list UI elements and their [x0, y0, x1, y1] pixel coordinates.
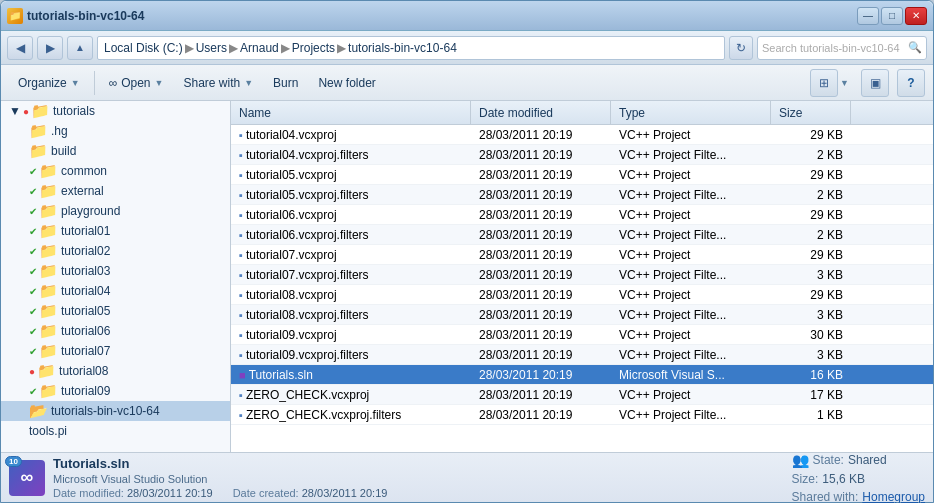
tree-item-tutorial06[interactable]: ✔ 📁 tutorial06	[1, 321, 230, 341]
main-content: ▼ ● 📁 tutorials 📁 .hg 📁 build ✔ 📁 common…	[1, 101, 933, 452]
file-type-icon: ∞ 10	[9, 460, 45, 496]
folder-icon: 📁	[39, 182, 58, 200]
file-cell-type: VC++ Project	[611, 288, 771, 302]
file-cell-date: 28/03/2011 20:19	[471, 168, 611, 182]
error-badge: ●	[29, 366, 35, 377]
tree-item-tutorial09[interactable]: ✔ 📁 tutorial09	[1, 381, 230, 401]
search-box[interactable]: Search tutorials-bin-vc10-64 🔍	[757, 36, 927, 60]
file-row[interactable]: ▪ tutorial07.vcxproj.filters 28/03/2011 …	[231, 265, 933, 285]
file-row[interactable]: ▪ tutorial04.vcxproj 28/03/2011 20:19 VC…	[231, 125, 933, 145]
file-list[interactable]: ▪ tutorial04.vcxproj 28/03/2011 20:19 VC…	[231, 125, 933, 452]
organize-button[interactable]: Organize ▼	[9, 69, 89, 97]
vcx-icon: ▪	[239, 409, 243, 421]
ok-badge: ✔	[29, 166, 37, 177]
col-header-name[interactable]: Name	[231, 101, 471, 124]
file-row[interactable]: ▪ ZERO_CHECK.vcxproj.filters 28/03/2011 …	[231, 405, 933, 425]
share-with-button[interactable]: Share with ▼	[174, 69, 262, 97]
new-folder-button[interactable]: New folder	[309, 69, 384, 97]
tree-item-hg[interactable]: 📁 .hg	[1, 121, 230, 141]
minimize-button[interactable]: —	[857, 7, 879, 25]
col-header-type[interactable]: Type	[611, 101, 771, 124]
tree-item-tutorial04[interactable]: ✔ 📁 tutorial04	[1, 281, 230, 301]
tree-item-build[interactable]: 📁 build	[1, 141, 230, 161]
preview-pane-button[interactable]: ▣	[861, 69, 889, 97]
up-button[interactable]: ▲	[67, 36, 93, 60]
expand-icon: ▼	[9, 104, 21, 118]
file-cell-size: 17 KB	[771, 388, 851, 402]
tree-item-label: tutorial02	[61, 244, 110, 258]
ok-badge: ✔	[29, 246, 37, 257]
file-row[interactable]: ▪ tutorial07.vcxproj 28/03/2011 20:19 VC…	[231, 245, 933, 265]
tree-item-common[interactable]: ✔ 📁 common	[1, 161, 230, 181]
file-cell-date: 28/03/2011 20:19	[471, 188, 611, 202]
status-meta: Date modified: 28/03/2011 20:19 Date cre…	[53, 487, 784, 499]
tree-item-tutorial08[interactable]: ● 📁 tutorial08	[1, 361, 230, 381]
file-cell-name: ▪ tutorial05.vcxproj	[231, 168, 471, 182]
file-row[interactable]: ▪ tutorial08.vcxproj 28/03/2011 20:19 VC…	[231, 285, 933, 305]
open-icon: ∞	[109, 76, 118, 90]
vcx-icon: ▪	[239, 389, 243, 401]
file-cell-type: Microsoft Visual S...	[611, 368, 771, 382]
col-header-date[interactable]: Date modified	[471, 101, 611, 124]
tree-item-label: tutorial03	[61, 264, 110, 278]
tree-item-tutorial03[interactable]: ✔ 📁 tutorial03	[1, 261, 230, 281]
view-dropdown-arrow[interactable]: ▼	[840, 78, 849, 88]
file-cell-date: 28/03/2011 20:19	[471, 288, 611, 302]
tree-item-tutorials-bin[interactable]: 📂 tutorials-bin-vc10-64	[1, 401, 230, 421]
file-cell-type: VC++ Project Filte...	[611, 188, 771, 202]
file-row[interactable]: ▪ tutorial06.vcxproj.filters 28/03/2011 …	[231, 225, 933, 245]
path-part-root: Local Disk (C:)	[104, 41, 183, 55]
tree-item-label: tutorial09	[61, 384, 110, 398]
path-part-projects: Projects	[292, 41, 335, 55]
title-bar: 📁 tutorials-bin-vc10-64 — □ ✕	[1, 1, 933, 31]
file-cell-date: 28/03/2011 20:19	[471, 128, 611, 142]
file-row[interactable]: ▪ tutorial06.vcxproj 28/03/2011 20:19 VC…	[231, 205, 933, 225]
view-details-button[interactable]: ⊞	[810, 69, 838, 97]
tree-item-label: tutorial06	[61, 324, 110, 338]
status-info: Tutorials.sln Microsoft Visual Studio So…	[53, 456, 784, 499]
homegroup-link[interactable]: Homegroup	[862, 490, 925, 504]
status-badge-number: 10	[5, 456, 22, 467]
file-row[interactable]: ▪ ZERO_CHECK.vcxproj 28/03/2011 20:19 VC…	[231, 385, 933, 405]
tree-item-label: tools.pi	[29, 424, 67, 438]
file-cell-name: ▪ tutorial06.vcxproj.filters	[231, 228, 471, 242]
file-row[interactable]: ▪ tutorial09.vcxproj.filters 28/03/2011 …	[231, 345, 933, 365]
sln-icon: ■	[239, 369, 246, 381]
tree-item-tutorial02[interactable]: ✔ 📁 tutorial02	[1, 241, 230, 261]
open-button[interactable]: ∞ Open ▼	[100, 69, 173, 97]
file-cell-date: 28/03/2011 20:19	[471, 248, 611, 262]
help-button[interactable]: ?	[897, 69, 925, 97]
burn-button[interactable]: Burn	[264, 69, 307, 97]
forward-button[interactable]: ▶	[37, 36, 63, 60]
file-cell-name: ▪ tutorial07.vcxproj	[231, 248, 471, 262]
file-row[interactable]: ▪ tutorial09.vcxproj 28/03/2011 20:19 VC…	[231, 325, 933, 345]
window-icon: 📁	[7, 8, 23, 24]
folder-icon: 📁	[39, 162, 58, 180]
file-row[interactable]: ▪ tutorial04.vcxproj.filters 28/03/2011 …	[231, 145, 933, 165]
tree-item-tutorial05[interactable]: ✔ 📁 tutorial05	[1, 301, 230, 321]
column-header: Name Date modified Type Size	[231, 101, 933, 125]
close-button[interactable]: ✕	[905, 7, 927, 25]
tree-item-tutorial01[interactable]: ✔ 📁 tutorial01	[1, 221, 230, 241]
tree-item-playground[interactable]: ✔ 📁 playground	[1, 201, 230, 221]
explorer-window: 📁 tutorials-bin-vc10-64 — □ ✕ ◀ ▶ ▲ Loca…	[0, 0, 934, 503]
folder-icon: 📁	[39, 342, 58, 360]
file-cell-type: VC++ Project	[611, 128, 771, 142]
col-header-size[interactable]: Size	[771, 101, 851, 124]
file-row[interactable]: ▪ tutorial05.vcxproj.filters 28/03/2011 …	[231, 185, 933, 205]
vcx-icon: ▪	[239, 249, 243, 261]
tree-item-tutorials[interactable]: ▼ ● 📁 tutorials	[1, 101, 230, 121]
file-row[interactable]: ▪ tutorial08.vcxproj.filters 28/03/2011 …	[231, 305, 933, 325]
file-row[interactable]: ■ Tutorials.sln 28/03/2011 20:19 Microso…	[231, 365, 933, 385]
address-path[interactable]: Local Disk (C:) ▶ Users ▶ Arnaud ▶ Proje…	[97, 36, 725, 60]
tree-item-toolspi[interactable]: tools.pi	[1, 421, 230, 441]
tree-item-external[interactable]: ✔ 📁 external	[1, 181, 230, 201]
refresh-button[interactable]: ↻	[729, 36, 753, 60]
back-button[interactable]: ◀	[7, 36, 33, 60]
status-right: 👥 State: Shared Size: 15,6 KB Shared wit…	[792, 452, 925, 504]
file-row[interactable]: ▪ tutorial05.vcxproj 28/03/2011 20:19 VC…	[231, 165, 933, 185]
tree-item-tutorial07[interactable]: ✔ 📁 tutorial07	[1, 341, 230, 361]
file-cell-name: ▪ tutorial04.vcxproj.filters	[231, 148, 471, 162]
maximize-button[interactable]: □	[881, 7, 903, 25]
tree-item-label: tutorials-bin-vc10-64	[51, 404, 160, 418]
